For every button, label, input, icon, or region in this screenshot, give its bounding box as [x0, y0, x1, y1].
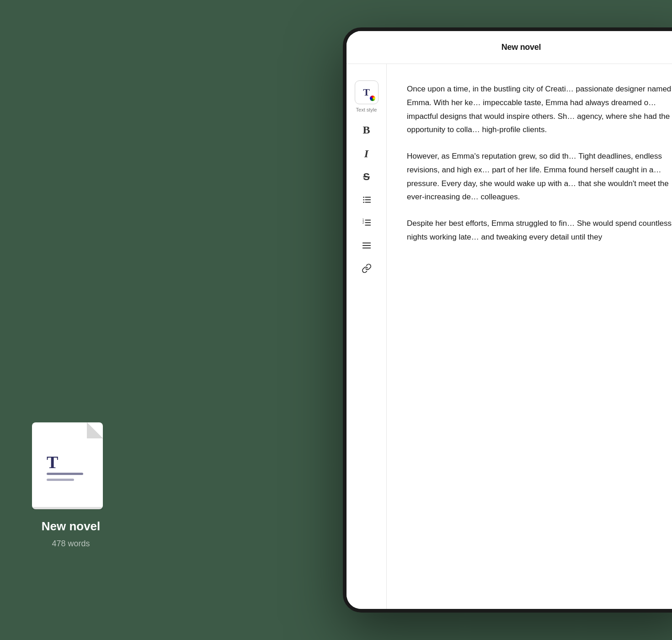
file-icon: T — [27, 413, 114, 514]
bullet-list-button[interactable] — [347, 188, 386, 211]
svg-rect-2 — [47, 473, 83, 475]
strikethrough-button[interactable]: S — [347, 165, 386, 188]
file-label: New novel — [42, 519, 101, 533]
text-style-button[interactable]: T Text style — [347, 75, 386, 118]
app-title: New novel — [501, 43, 541, 52]
content-area: Once upon a time, in the bustling city o… — [387, 64, 672, 609]
link-button[interactable] — [347, 257, 386, 280]
svg-text:T: T — [47, 453, 58, 472]
paragraph-3: Despite her best efforts, Emma struggled… — [407, 217, 672, 244]
app-body: T Text style B I S — [347, 64, 672, 609]
t-letter: T — [363, 86, 370, 98]
strikethrough-icon: S — [363, 172, 370, 182]
bold-button[interactable]: B — [347, 118, 386, 142]
text-style-icon-box: T — [355, 80, 379, 104]
paragraph-1: Once upon a time, in the bustling city o… — [407, 82, 672, 137]
app-window: New novel T Text style B — [347, 31, 672, 609]
paragraph-2: However, as Emma's reputation grew, so d… — [407, 149, 672, 204]
italic-button[interactable]: I — [347, 142, 386, 165]
bullet-list-icon — [362, 195, 372, 205]
file-sublabel: 478 words — [52, 539, 90, 549]
numbered-list-icon: 1 2 — [362, 218, 372, 228]
text-style-label: Text style — [356, 107, 377, 112]
svg-text:2: 2 — [362, 221, 364, 224]
app-header: New novel — [347, 31, 672, 64]
bold-icon: B — [363, 124, 370, 135]
tablet-wrapper: New novel T Text style B — [343, 27, 672, 613]
italic-icon: I — [364, 148, 368, 159]
file-card: T New novel 478 words — [27, 413, 114, 549]
link-icon — [362, 263, 372, 273]
svg-point-5 — [363, 197, 364, 198]
svg-point-7 — [363, 202, 364, 203]
align-button[interactable] — [347, 234, 386, 257]
content-text: Once upon a time, in the bustling city o… — [407, 82, 672, 244]
color-dot — [370, 96, 375, 101]
svg-point-6 — [363, 199, 364, 201]
numbered-list-button[interactable]: 1 2 — [347, 211, 386, 234]
svg-rect-3 — [47, 479, 74, 481]
align-icon — [362, 240, 372, 251]
toolbar: T Text style B I S — [347, 64, 387, 609]
svg-rect-4 — [32, 507, 103, 510]
